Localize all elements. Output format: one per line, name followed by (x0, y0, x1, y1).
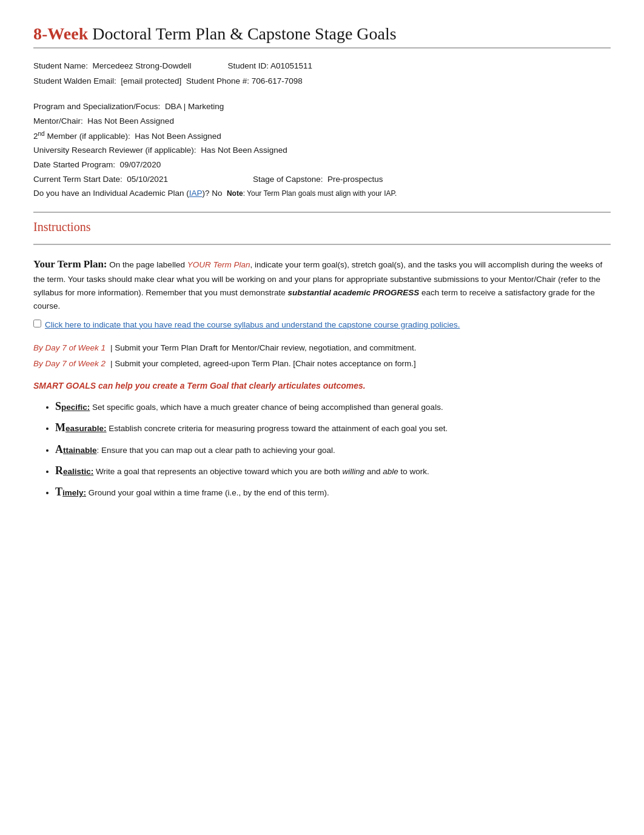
syllabus-checkbox[interactable] (33, 320, 41, 327)
smart-specific-item: Specific: Set specific goals, which have… (55, 397, 611, 417)
smart-goals-list: Specific: Set specific goals, which have… (33, 397, 611, 502)
deadline1-label: By Day 7 of Week 1 (33, 340, 106, 356)
deadline2-label: By Day 7 of Week 2 (33, 356, 106, 372)
deadline2-row: By Day 7 of Week 2 | Submit your complet… (33, 356, 611, 372)
section-divider (33, 212, 611, 213)
smart-goals-heading: SMART GOALS can help you create a Term G… (33, 381, 611, 391)
student-name-field: Student Name: Mercedeez Strong-Dowdell (33, 59, 191, 73)
reviewer-row: University Research Reviewer (if applica… (33, 143, 611, 158)
instructions-heading: Instructions (33, 220, 611, 234)
second-member-row: 2nd Member (if applicable): Has Not Been… (33, 128, 611, 143)
iap-link[interactable]: IAP (189, 189, 203, 198)
term-start-field: Current Term Start Date: 05/10/2021 (33, 172, 168, 187)
student-email-row: Student Walden Email: [email protected] … (33, 75, 611, 89)
term-plan-block: Your Term Plan: On the page labelled YOU… (33, 256, 611, 332)
mentor-row: Mentor/Chair: Has Not Been Assigned (33, 114, 611, 129)
deadline1-row: By Day 7 of Week 1 | Submit your Term Pl… (33, 340, 611, 356)
section-divider-2 (33, 244, 611, 245)
smart-realistic-item: Realistic: Write a goal that represents … (55, 461, 611, 481)
smart-measurable-item: Measurable: Establish concrete criteria … (55, 418, 611, 438)
student-info-section: Student Name: Mercedeez Strong-Dowdell S… (33, 59, 611, 89)
smart-timely-item: Timely: Ground your goal within a time f… (55, 482, 611, 502)
progress-text: substantial academic PROGRESS (287, 288, 419, 297)
syllabus-checkbox-label[interactable]: Click here to indicate that you have rea… (45, 318, 460, 332)
stage-field: Stage of Capstone: Pre-prospectus (253, 172, 383, 187)
second-member-label: 2nd Member (if applicable): (33, 132, 130, 141)
smart-goals-section: SMART GOALS can help you create a Term G… (33, 381, 611, 502)
iap-row: Do you have an Individual Academic Plan … (33, 186, 611, 201)
date-started-row: Date Started Program: 09/07/2020 (33, 158, 611, 172)
your-term-plan-link[interactable]: YOUR Term Plan (187, 260, 250, 269)
title-divider (33, 47, 611, 49)
term-plan-label: Your Term Plan: (33, 258, 107, 270)
syllabus-checkbox-row: Click here to indicate that you have rea… (33, 318, 611, 332)
term-start-row: Current Term Start Date: 05/10/2021 Stag… (33, 172, 611, 187)
smart-attainable-item: Attainable: Ensure that you can map out … (55, 440, 611, 460)
page-title: 8-Week Doctoral Term Plan & Capstone Sta… (33, 24, 611, 44)
specialization-row: Program and Specialization/Focus: DBA | … (33, 99, 611, 114)
deadline-section: By Day 7 of Week 1 | Submit your Term Pl… (33, 340, 611, 371)
program-info-section: Program and Specialization/Focus: DBA | … (33, 99, 611, 201)
student-name-row: Student Name: Mercedeez Strong-Dowdell S… (33, 59, 611, 73)
student-id-field: Student ID: A01051511 (227, 59, 312, 73)
